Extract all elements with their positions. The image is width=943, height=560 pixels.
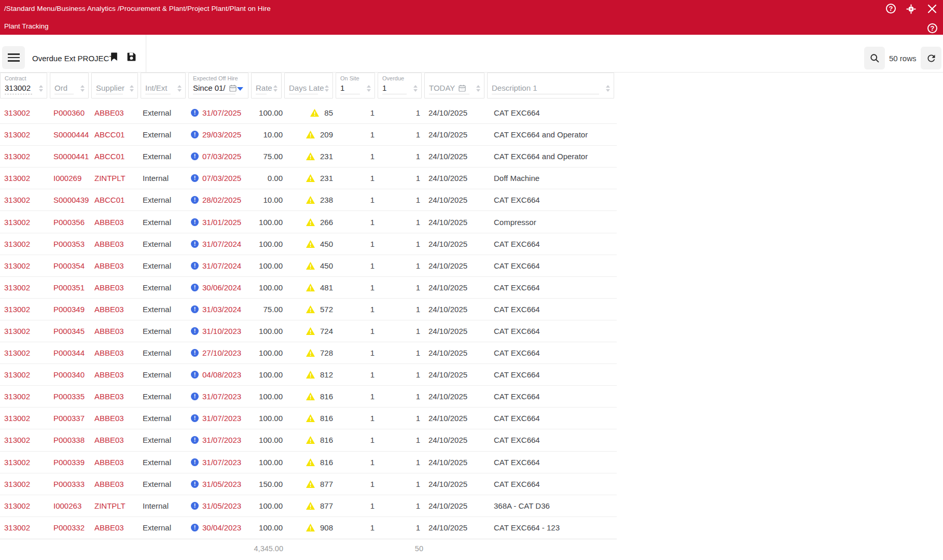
cell-contract[interactable]: 313002 bbox=[0, 458, 50, 467]
table-row[interactable]: 313002 S0000441 ABCC01 External ! 07/03/… bbox=[0, 146, 617, 167]
cell-ord[interactable]: P000349 bbox=[50, 305, 91, 314]
cell-contract[interactable]: 313002 bbox=[0, 152, 50, 161]
search-icon[interactable] bbox=[864, 47, 885, 69]
filter-input[interactable]: 313002 bbox=[5, 83, 43, 92]
table-row[interactable]: 313002 P000345 ABBE03 External ! 31/10/2… bbox=[0, 320, 617, 342]
cell-ord[interactable]: P000333 bbox=[50, 480, 91, 488]
cell-supplier[interactable]: ABBE03 bbox=[91, 414, 141, 423]
cell-contract[interactable]: 313002 bbox=[0, 261, 50, 270]
cell-supplier[interactable]: ABBE03 bbox=[91, 108, 141, 117]
cell-supplier[interactable]: ABBE03 bbox=[91, 458, 141, 467]
filter-overdue[interactable]: Overdue 1 bbox=[378, 73, 422, 99]
cell-contract[interactable]: 313002 bbox=[0, 174, 50, 183]
filter-input[interactable]: 1 bbox=[340, 83, 370, 92]
table-row[interactable]: 313002 P000349 ABBE03 External ! 31/03/2… bbox=[0, 299, 617, 320]
cell-supplier[interactable]: ABCC01 bbox=[91, 152, 141, 161]
cell-contract[interactable]: 313002 bbox=[0, 130, 50, 139]
filter-on-site[interactable]: On Site 1 bbox=[336, 73, 375, 99]
cell-supplier[interactable]: ABBE03 bbox=[91, 523, 141, 532]
dropdown-icon[interactable] bbox=[237, 87, 243, 91]
cell-ord[interactable]: P000332 bbox=[50, 523, 91, 532]
table-row[interactable]: 313002 P000335 ABBE03 External ! 31/07/2… bbox=[0, 386, 617, 408]
sort-icon[interactable] bbox=[606, 85, 610, 92]
expected-off-hire-date[interactable]: 31/10/2023 bbox=[202, 327, 241, 335]
cell-contract[interactable]: 313002 bbox=[0, 392, 50, 401]
expected-off-hire-date[interactable]: 31/05/2023 bbox=[202, 501, 241, 510]
cell-ord[interactable]: P000335 bbox=[50, 392, 91, 401]
filter-rate[interactable]: Rate bbox=[251, 73, 282, 99]
cell-ord[interactable]: P000360 bbox=[50, 108, 91, 117]
compress-icon[interactable] bbox=[906, 4, 916, 14]
filter-supplier[interactable]: Supplier bbox=[91, 73, 138, 99]
expected-off-hire-date[interactable]: 31/07/2023 bbox=[202, 458, 241, 467]
table-row[interactable]: 313002 I000269 ZINTPLT Internal ! 07/03/… bbox=[0, 167, 617, 189]
filter-input[interactable]: Supplier bbox=[96, 83, 133, 92]
expected-off-hire-date[interactable]: 31/01/2025 bbox=[202, 218, 241, 227]
sort-icon[interactable] bbox=[39, 85, 43, 92]
bookmark-icon[interactable] bbox=[109, 51, 119, 62]
close-icon[interactable] bbox=[927, 4, 937, 13]
cell-ord[interactable]: P000354 bbox=[50, 261, 91, 270]
table-row[interactable]: 313002 P000356 ABBE03 External ! 31/01/2… bbox=[0, 211, 617, 233]
cell-ord[interactable]: P000345 bbox=[50, 327, 91, 335]
expected-off-hire-date[interactable]: 30/06/2024 bbox=[202, 283, 241, 292]
expected-off-hire-date[interactable]: 31/07/2024 bbox=[202, 261, 241, 270]
cell-supplier[interactable]: ABBE03 bbox=[91, 327, 141, 335]
filter-input[interactable]: Days Late bbox=[289, 83, 328, 92]
cell-ord[interactable]: P000356 bbox=[50, 218, 91, 227]
cell-ord[interactable]: S0000439 bbox=[50, 195, 91, 204]
cell-supplier[interactable]: ZINTPLT bbox=[91, 501, 141, 510]
expected-off-hire-date[interactable]: 07/03/2025 bbox=[202, 174, 241, 183]
cell-supplier[interactable]: ABBE03 bbox=[91, 348, 141, 357]
sort-icon[interactable] bbox=[130, 85, 134, 92]
cell-contract[interactable]: 313002 bbox=[0, 283, 50, 292]
help-icon-secondary[interactable]: ? bbox=[927, 23, 937, 33]
filter-today[interactable]: TODAY bbox=[424, 73, 484, 99]
expected-off-hire-date[interactable]: 31/07/2023 bbox=[202, 414, 241, 423]
cell-supplier[interactable]: ABCC01 bbox=[91, 130, 141, 139]
filter-input[interactable]: Description 1 bbox=[492, 83, 609, 92]
cell-contract[interactable]: 313002 bbox=[0, 240, 50, 248]
cell-supplier[interactable]: ABCC01 bbox=[91, 195, 141, 204]
expected-off-hire-date[interactable]: 31/03/2024 bbox=[202, 305, 241, 314]
cell-contract[interactable]: 313002 bbox=[0, 414, 50, 423]
table-row[interactable]: 313002 S0000439 ABCC01 External ! 28/02/… bbox=[0, 189, 617, 211]
filter-int-ext[interactable]: Int/Ext bbox=[141, 73, 186, 99]
rows-count-label[interactable]: 50 rows bbox=[889, 54, 917, 63]
filter-input[interactable]: Ord bbox=[54, 83, 84, 92]
expected-off-hire-date[interactable]: 28/02/2025 bbox=[202, 195, 241, 204]
cell-contract[interactable]: 313002 bbox=[0, 480, 50, 488]
cell-ord[interactable]: P000337 bbox=[50, 414, 91, 423]
expected-off-hire-date[interactable]: 27/10/2023 bbox=[202, 348, 241, 357]
calendar-icon[interactable] bbox=[229, 84, 237, 92]
cell-supplier[interactable]: ABBE03 bbox=[91, 283, 141, 292]
expected-off-hire-date[interactable]: 30/04/2023 bbox=[202, 523, 241, 532]
cell-contract[interactable]: 313002 bbox=[0, 501, 50, 510]
cell-contract[interactable]: 313002 bbox=[0, 108, 50, 117]
table-row[interactable]: 313002 P000340 ABBE03 External ! 04/08/2… bbox=[0, 364, 617, 386]
expected-off-hire-date[interactable]: 31/07/2023 bbox=[202, 436, 241, 444]
filter-input[interactable]: Int/Ext bbox=[145, 83, 181, 92]
table-row[interactable]: 313002 S0000444 ABCC01 External ! 29/03/… bbox=[0, 124, 617, 146]
filter-contract[interactable]: Contract 313002 bbox=[0, 73, 47, 99]
cell-contract[interactable]: 313002 bbox=[0, 436, 50, 444]
cell-ord[interactable]: P000344 bbox=[50, 348, 91, 357]
cell-ord[interactable]: P000351 bbox=[50, 283, 91, 292]
calendar-icon[interactable] bbox=[458, 84, 466, 92]
table-row[interactable]: 313002 P000339 ABBE03 External ! 31/07/2… bbox=[0, 452, 617, 473]
cell-ord[interactable]: P000339 bbox=[50, 458, 91, 467]
expected-off-hire-date[interactable]: 31/07/2023 bbox=[202, 392, 241, 401]
cell-supplier[interactable]: ABBE03 bbox=[91, 218, 141, 227]
table-row[interactable]: 313002 I000263 ZINTPLT Internal ! 31/05/… bbox=[0, 495, 617, 517]
expected-off-hire-date[interactable]: 31/07/2024 bbox=[202, 240, 241, 248]
save-icon[interactable] bbox=[126, 51, 137, 62]
cell-contract[interactable]: 313002 bbox=[0, 348, 50, 357]
expected-off-hire-date[interactable]: 04/08/2023 bbox=[202, 370, 241, 379]
table-row[interactable]: 313002 P000333 ABBE03 External ! 31/05/2… bbox=[0, 473, 617, 495]
sort-icon[interactable] bbox=[80, 85, 85, 92]
expected-off-hire-date[interactable]: 07/03/2025 bbox=[202, 152, 241, 161]
cell-ord[interactable]: I000269 bbox=[50, 174, 91, 183]
filter-expected-off-hire[interactable]: Expected Off Hire Since 01/ bbox=[188, 73, 248, 99]
table-row[interactable]: 313002 P000360 ABBE03 External ! 31/07/2… bbox=[0, 102, 617, 124]
cell-ord[interactable]: P000353 bbox=[50, 240, 91, 248]
